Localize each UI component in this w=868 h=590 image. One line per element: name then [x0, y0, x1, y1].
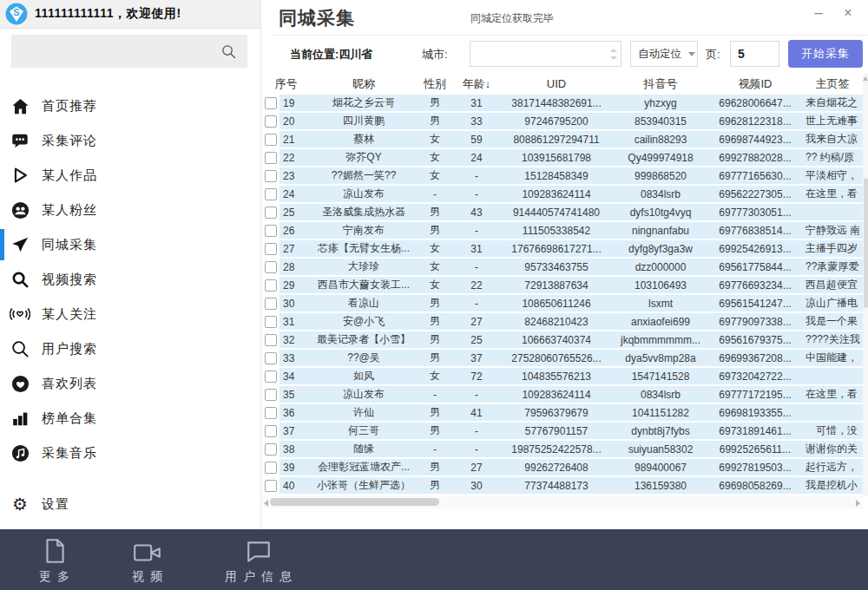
- table-row[interactable]: 26 宁南发布 男 - 111505338542 ningnanfabu 697…: [261, 221, 863, 239]
- page-label: 页:: [706, 47, 720, 62]
- table-row[interactable]: 22 弥芥QY 女 24 103915681798 Qy499974918 69…: [261, 148, 863, 167]
- cell-douyin-id: 999868520: [613, 170, 708, 182]
- table-row[interactable]: 29 西昌市大薾女装工... 女 22 72913887634 10310649…: [261, 276, 863, 294]
- cell-nickname: 会理彰冠蓝塘农产...: [311, 460, 417, 475]
- table-row[interactable]: 36 许仙 男 41 79596379679 1041151282 696981…: [261, 403, 863, 422]
- cell-signature: 可惜，没: [802, 423, 863, 438]
- table-row[interactable]: 19 烟花之乡云哥 男 31 38171448382691... yhzxyg …: [261, 94, 863, 112]
- cell-age: 24: [453, 152, 500, 164]
- spinner-up-icon[interactable]: [610, 49, 617, 52]
- row-checkbox[interactable]: [265, 425, 277, 437]
- cell-signature: 中国能建，: [802, 351, 863, 365]
- row-checkbox[interactable]: [265, 97, 277, 109]
- sidebar-item-video-search[interactable]: 视频搜索: [0, 262, 260, 297]
- row-checkbox[interactable]: [265, 316, 277, 328]
- table-row[interactable]: 40 小张哥（生鲜严选） 男 30 77374488173 136159380 …: [261, 476, 863, 495]
- row-checkbox[interactable]: [265, 152, 277, 164]
- cell-video-id: 69777165630...: [708, 170, 802, 182]
- cell-signature: ????关注我: [802, 332, 863, 347]
- sidebar-item-collect-music[interactable]: 采集音乐: [0, 436, 260, 470]
- row-checkbox[interactable]: [265, 170, 277, 182]
- sidebar-item-user-follows[interactable]: 某人关注: [0, 297, 260, 331]
- cell-index: 37: [279, 425, 311, 437]
- row-checkbox[interactable]: [265, 407, 277, 419]
- cell-douyin-id: suiyuan58302: [613, 443, 708, 456]
- col-header-age-sort[interactable]: 年龄↓: [453, 76, 500, 92]
- cell-index: 39: [279, 462, 311, 474]
- col-header-video-id: 视频ID: [708, 76, 802, 92]
- row-checkbox[interactable]: [265, 352, 277, 364]
- table-row[interactable]: 31 安@小飞 男 27 82468210423 anxiaofei699 69…: [261, 312, 863, 331]
- cell-age: -: [453, 425, 500, 437]
- search-icon[interactable]: [220, 43, 237, 60]
- start-collect-button[interactable]: 开始采集: [788, 40, 863, 68]
- cell-video-id: 69561679375...: [708, 334, 802, 346]
- search-input[interactable]: [11, 35, 218, 68]
- sidebar-item-like-list[interactable]: 喜欢列表: [0, 366, 260, 401]
- table-row[interactable]: 21 蔡林 女 59 808861297294711 cailin88293 6…: [261, 130, 863, 148]
- table-row[interactable]: 37 何三哥 男 - 57767901157 dynbt8j7fybs 6973…: [261, 422, 863, 440]
- row-checkbox[interactable]: [265, 115, 277, 128]
- row-checkbox[interactable]: [265, 188, 277, 200]
- table-row[interactable]: 38 随缘 - - 19875252422578... suiyuan58302…: [261, 440, 863, 458]
- bottom-item-video[interactable]: 视频: [126, 535, 168, 585]
- spinner-down-icon[interactable]: [610, 56, 617, 60]
- table-row[interactable]: 23 ??媚然一笑?? 女 - 15128458349 999868520 69…: [261, 167, 863, 185]
- cell-video-id: 69699367208...: [708, 352, 802, 364]
- table-row[interactable]: 39 会理彰冠蓝塘农产... 男 27 99262726408 98940006…: [261, 458, 863, 476]
- bottom-item-user-info[interactable]: 用户信息: [219, 535, 298, 585]
- svg-text:S: S: [13, 7, 19, 17]
- scroll-up-icon[interactable]: [863, 76, 868, 81]
- row-checkbox[interactable]: [265, 389, 277, 401]
- sidebar-item-user-fans[interactable]: 某人粉丝: [0, 193, 260, 227]
- cell-index: 40: [279, 480, 311, 492]
- gear-icon: ⚙: [10, 494, 30, 515]
- row-checkbox[interactable]: [265, 298, 277, 310]
- cell-index: 30: [279, 298, 311, 310]
- row-checkbox[interactable]: [265, 443, 277, 456]
- bottom-item-more[interactable]: 更多: [33, 535, 76, 585]
- table-row[interactable]: 20 四川黄鹏 男 33 97246795200 853940315 69628…: [261, 112, 863, 130]
- table-row[interactable]: 34 如风 女 72 104835576213 1547141528 69732…: [261, 367, 863, 385]
- row-checkbox[interactable]: [265, 462, 277, 474]
- sidebar-item-collect-comments[interactable]: 采集评论: [0, 123, 260, 158]
- sidebar-item-rank-collection[interactable]: 榜单合集: [0, 401, 260, 436]
- row-checkbox[interactable]: [265, 225, 277, 237]
- table-row[interactable]: 35 凉山发布 - - 109283624114 0834lsrb 697771…: [261, 385, 863, 403]
- cell-gender: 男: [417, 423, 453, 438]
- row-checkbox[interactable]: [265, 134, 277, 146]
- minimize-button[interactable]: –: [808, 3, 829, 24]
- row-checkbox[interactable]: [265, 206, 277, 219]
- sidebar-item-home-recommend[interactable]: 首页推荐: [0, 88, 260, 123]
- sidebar-item-city-collect[interactable]: 同城采集: [0, 227, 260, 262]
- row-checkbox[interactable]: [265, 261, 277, 273]
- close-button[interactable]: ×: [838, 3, 858, 24]
- table-row[interactable]: 25 圣洛威集成热水器 男 43 914440574741480 dyfs10t…: [261, 203, 863, 221]
- cell-signature: 凉山广播电: [802, 296, 863, 311]
- city-input[interactable]: [470, 42, 601, 66]
- locate-mode-select[interactable]: 自动定位: [630, 41, 698, 67]
- horizontal-scrollbar: [261, 496, 863, 508]
- vertical-scroll-thumb[interactable]: [864, 178, 868, 308]
- table-row[interactable]: 27 芯瘆【无臂女生杨... 女 31 17676698617271... dy…: [261, 239, 863, 258]
- cell-douyin-id: 136159380: [613, 480, 708, 492]
- row-checkbox[interactable]: [265, 279, 277, 292]
- cell-index: 28: [279, 261, 311, 273]
- table-row[interactable]: 30 看凉山 男 - 108650611246 lsxmt 6956154124…: [261, 294, 863, 312]
- sidebar-item-user-works[interactable]: 某人作品: [0, 158, 260, 193]
- row-checkbox[interactable]: [265, 370, 277, 383]
- cell-signature: 我是挖机小: [802, 478, 863, 493]
- table-row[interactable]: 24 凉山发布 - - 109283624114 0834lsrb 695622…: [261, 185, 863, 203]
- table-row[interactable]: 28 大珍珍 女 - 95733463755 dzz000000 6956177…: [261, 258, 863, 276]
- table-row[interactable]: 33 ??@吴 男 37 27528060765526... dya5vv8mp…: [261, 349, 863, 367]
- row-checkbox[interactable]: [265, 480, 277, 492]
- scroll-right-icon[interactable]: [856, 500, 860, 507]
- horizontal-scroll-thumb[interactable]: [270, 498, 439, 506]
- sidebar-item-user-search[interactable]: 用户搜索: [0, 331, 260, 366]
- table-row[interactable]: 32 最美记录者【小雪】 男 25 106663740374 jkqbmmmmm…: [261, 331, 863, 349]
- scroll-left-icon[interactable]: [264, 500, 268, 507]
- sidebar-item-settings[interactable]: ⚙ 设置: [0, 487, 260, 521]
- row-checkbox[interactable]: [265, 243, 277, 255]
- row-checkbox[interactable]: [265, 334, 277, 346]
- page-count-input[interactable]: [730, 41, 779, 67]
